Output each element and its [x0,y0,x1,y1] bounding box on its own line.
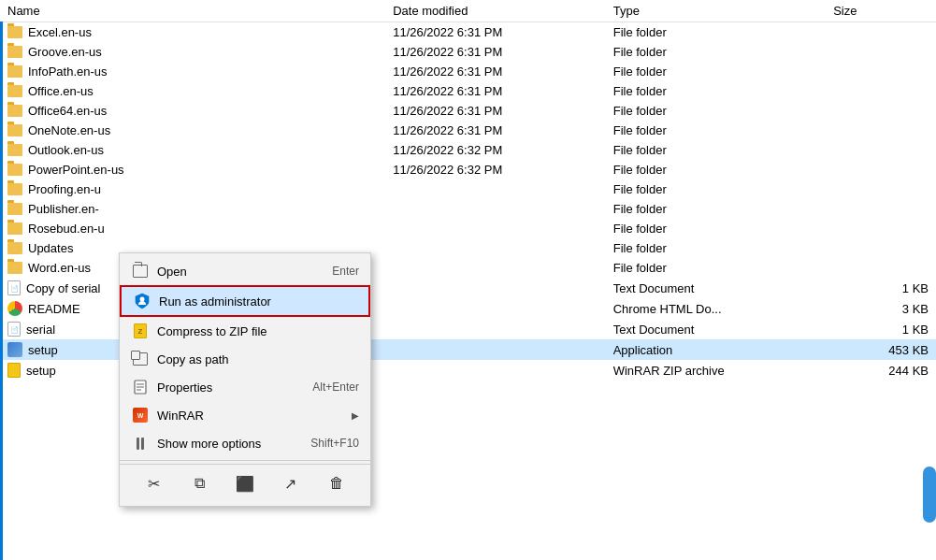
menu-item-shortcut: Enter [332,265,359,278]
file-type: File folder [606,22,827,43]
file-size [826,81,936,101]
context-menu-item-run_as_admin[interactable]: Run as administrator [120,285,370,317]
file-name: setup [26,364,56,378]
file-size [826,121,936,140]
chrome-icon [7,301,22,316]
file-date [385,319,606,339]
file-name: Excel.en-us [28,25,92,39]
file-size [826,101,936,121]
context-menu-item-winrar[interactable]: W WinRAR ▶ [120,401,370,429]
table-row[interactable]: Proofing.en-u File folder [0,179,936,199]
context-menu-item-compress_zip[interactable]: Z Compress to ZIP file [120,317,370,345]
file-name: Groove.en-us [28,45,102,59]
file-size: 3 KB [826,298,936,319]
properties-icon [131,378,150,396]
text-file-icon: 📄 [7,280,21,295]
context-menu-item-open[interactable]: Open Enter [120,257,370,285]
table-row[interactable]: PowerPoint.en-us 11/26/2022 6:32 PM File… [0,160,936,179]
file-type: File folder [606,62,827,81]
file-size [826,22,936,43]
table-row[interactable]: OneNote.en-us 11/26/2022 6:31 PM File fo… [0,121,936,140]
file-type: File folder [606,101,827,121]
table-row[interactable]: InfoPath.en-us 11/26/2022 6:31 PM File f… [0,62,936,81]
file-date: 11/26/2022 6:31 PM [385,81,606,101]
file-type: File folder [606,219,827,238]
file-name-cell: Outlook.en-us [0,140,385,160]
file-type: File folder [606,179,827,199]
folder-icon [7,144,22,156]
zip-icon [7,363,21,378]
file-name: Office.en-us [28,84,94,98]
file-date [385,199,606,219]
file-name-cell: Office.en-us [0,81,385,101]
file-date [385,238,606,258]
left-border [0,0,3,560]
context-menu-item-properties[interactable]: Properties Alt+Enter [120,373,370,401]
table-row[interactable]: Excel.en-us 11/26/2022 6:31 PM File fold… [0,22,936,43]
shield-icon [133,292,151,310]
file-type: Chrome HTML Do... [606,298,827,319]
context-menu-item-show_more[interactable]: Show more options Shift+F10 [120,429,370,457]
file-size: 244 KB [826,360,936,381]
file-name: Rosebud.en-u [28,222,105,236]
scissors-button[interactable]: ✂ [140,470,166,496]
file-name-cell: OneNote.en-us [0,121,385,140]
file-size: 1 KB [826,319,936,339]
table-row[interactable]: Publisher.en- File folder [0,199,936,219]
col-header-size[interactable]: Size [826,0,936,22]
file-type: File folder [606,199,827,219]
context-menu: Open Enter Run as administrator Z Compre… [119,252,371,507]
file-name: Office64.en-us [28,104,107,118]
file-date [385,298,606,319]
open-icon [131,262,150,280]
file-name: setup [28,343,58,357]
context-menu-item-copy_as_path[interactable]: Copy as path [120,345,370,373]
table-row[interactable]: Office64.en-us 11/26/2022 6:31 PM File f… [0,101,936,121]
file-name-cell: Excel.en-us [0,22,385,43]
folder-icon [7,105,22,117]
copy-button[interactable]: ⧉ [186,470,212,496]
table-row[interactable]: Outlook.en-us 11/26/2022 6:32 PM File fo… [0,140,936,160]
scrollbar-thumb[interactable] [923,467,936,523]
folder-icon [7,164,22,176]
file-date: 11/26/2022 6:32 PM [385,140,606,160]
file-size [826,160,936,179]
share-button[interactable]: ↗ [278,470,304,496]
file-date [385,179,606,199]
col-header-type[interactable]: Type [606,0,827,22]
file-size: 453 KB [826,339,936,360]
file-name: PowerPoint.en-us [28,163,124,177]
file-name-cell: InfoPath.en-us [0,62,385,81]
file-date [385,339,606,360]
col-header-name[interactable]: Name [0,0,385,22]
folder-icon [7,262,22,274]
zip_compress-icon: Z [131,322,150,340]
winrar-icon: W [131,406,150,424]
menu-item-label: WinRAR [157,409,352,423]
folder-icon [7,183,22,195]
menu-item-shortcut: Alt+Enter [312,381,359,394]
menu-item-label: Show more options [157,437,310,451]
table-row[interactable]: Groove.en-us 11/26/2022 6:31 PM File fol… [0,42,936,62]
file-type: File folder [606,140,827,160]
file-size [826,258,936,278]
file-name: Publisher.en- [28,202,99,216]
file-name: Updates [28,241,73,255]
file-date [385,278,606,298]
file-name: Word.en-us [28,261,91,275]
delete-button[interactable]: 🗑 [324,470,350,496]
folder-icon [7,242,22,254]
file-name-cell: Groove.en-us [0,42,385,62]
file-date: 11/26/2022 6:31 PM [385,62,606,81]
file-name: InfoPath.en-us [28,65,108,79]
table-row[interactable]: Office.en-us 11/26/2022 6:31 PM File fol… [0,81,936,101]
folder-icon [7,65,22,78]
file-date [385,219,606,238]
file-name-cell: Office64.en-us [0,101,385,121]
file-size [826,238,936,258]
table-row[interactable]: Rosebud.en-u File folder [0,219,936,238]
paste_shortcut-button[interactable]: ⬛ [232,470,258,496]
col-header-date[interactable]: Date modified [385,0,606,22]
folder-icon [7,124,22,136]
file-size [826,140,936,160]
